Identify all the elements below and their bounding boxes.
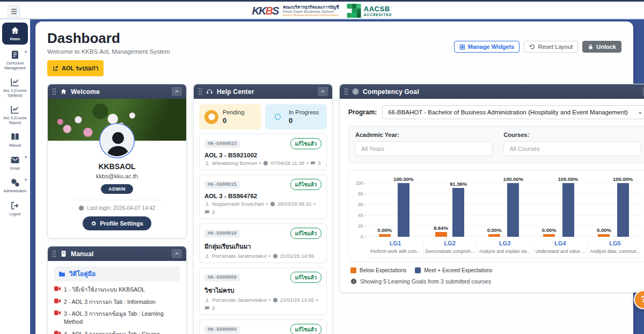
manual-video-link[interactable]: 4 - AOL 3 การกรอกข้อมูล Tab : Course Con… [54,330,180,334]
sidebar-item-aol-3-course-syllabus[interactable]: AoL 3 (Course Syllabus) [0,74,30,101]
ticket-item[interactable]: HK-6900015แก้ไขแล้วAOL 3 - BS964762Noppa… [199,175,327,219]
bar-wrap: 0.00% [487,227,502,237]
chart-bar [452,188,464,237]
manual-folder-link[interactable]: วิดีโอคู่มือ [54,266,180,281]
welcome-widget: Welcome KKBSAOL kkbs@kku.ac.th ADMIN Las… [47,84,187,238]
ticket-status-badge: แก้ไขแล้ว [290,228,321,239]
ticket-item[interactable]: HK-6900004แก้ไขแล้วEdit the course detai… [199,320,327,334]
sidebar-item-curriculum-management[interactable]: Curriculum Management▶ [0,47,30,74]
profile-settings-button[interactable]: Profile Settings [83,216,151,230]
reset-layout-button[interactable]: Reset Layout [524,41,578,53]
ticket-status-badge: แก้ไขแล้ว [290,324,321,334]
lock-icon [588,44,594,50]
program-select[interactable]: 66-BBAHOT - Bachelor of Business Adminis… [382,105,644,119]
chart-category-label[interactable]: LG4 [536,240,586,246]
curriculum-icon [10,50,20,60]
competency-goal-widget-header[interactable]: Competency Goal [340,84,644,99]
envelope-icon [10,155,20,165]
aol-legacy-button[interactable]: AOL ระบบเก่า [47,60,104,76]
sidebar-item-home[interactable]: Home [2,23,28,45]
clock-icon [273,253,278,259]
ticket-date: 21/01/26 14:55 [280,253,314,259]
bar-wrap: 100.00% [503,176,524,237]
drag-handle-icon[interactable] [52,88,56,95]
chart-category-description: Understand and value ... [536,249,586,254]
sidebar-item-label: Logout [10,212,21,216]
ticket-meta: Noppamash Suvachart•28/03/26 08:32•2 [204,201,321,215]
manage-widgets-button[interactable]: Manage Widgets [454,41,520,53]
chart-category-description: Demonstrate compreh... [426,249,474,254]
ticket-item[interactable]: HK-6900010แก้ไขแล้วมีกลุ่มเรียนเกินมาPor… [199,223,327,263]
hamburger-menu-button[interactable]: ☰ [8,5,20,18]
manual-video-link[interactable]: 1 - วิธีเข้าใช้งานระบบ KKBSAOL [54,286,180,294]
meta-separator: • [259,160,261,166]
ticket-date: 21/01/26 14:55 [280,297,314,303]
video-icon [54,286,61,294]
sidebar-item-administration[interactable]: Administration▶ [0,175,30,197]
sidebar-item-aol-5-course-report[interactable]: AoL 5 (Course Report) [0,101,30,129]
manual-item-label: 4 - AOL 3 การกรอกข้อมูล Tab : Course Con… [64,330,180,334]
chart-bar [398,183,409,237]
ticket-author: Porramate Jaratmetakul [212,297,266,303]
ticket-author: Wiwatwong Bunnun [212,160,257,166]
chart-bar [379,234,391,237]
sidebar-item-email[interactable]: Email▶ [0,152,30,175]
stat-value: 0 [289,117,319,125]
aacsb-logo: AACSB ACCREDITED [347,4,392,18]
y-tick-label: 0 - [361,234,366,239]
manual-video-link[interactable]: 2 - AOL 3 การกรอก Tab : Information [54,298,180,306]
chart-footnote: Showing 5 Learning Goals from 3 submitte… [360,278,491,285]
spinner-icon [270,110,284,124]
brand-logos: KKBS คณะบริหารธุรกิจและการบัญชี Khon Kae… [252,3,392,19]
sidebar-item-label: Manual [9,143,21,148]
divider [72,200,161,200]
ticket-item[interactable]: HK-6900009แก้ไขแล้ววิชาไม่ครบPorramate J… [199,267,327,315]
drag-handle-icon[interactable] [198,88,202,95]
ticket-top-row: HK-6900015แก้ไขแล้ว [204,179,321,190]
external-link-icon [53,66,58,71]
sidebar-item-logout[interactable]: Logout [0,198,30,220]
manual-video-link[interactable]: 3 - AOL 3 การกรอกข้อมูล Tab : Learning M… [54,310,180,325]
chart-line-icon [10,105,20,114]
collapse-button[interactable] [172,87,182,96]
sidebar-item-label: AoL 5 (Course Report) [1,116,29,125]
chart-category-label[interactable]: LG5 [590,240,640,246]
ticket-item[interactable]: HK-6900023แก้ไขแล้วAOL 3 - BS921002Wiwat… [199,134,327,170]
home-icon [10,26,20,35]
ticket-status-badge: แก้ไขแล้ว [290,272,321,283]
chart-category-label[interactable]: LG1 [370,240,421,246]
academic-year-input[interactable] [355,141,493,156]
manual-widget-header[interactable]: Manual [48,246,186,261]
user-email: kkbs@kku.ac.th [48,173,186,179]
info-icon [350,278,357,285]
chart-bar-group: 8.64%91.36% [423,183,478,237]
chart-bar-group: 0.00%100.00% [532,183,587,237]
chart-category: LG3Analyze and explain iss... [477,237,533,258]
chart-bar [507,183,519,237]
drag-handle-icon[interactable] [344,88,348,95]
book-icon [10,132,20,142]
courses-input[interactable] [503,141,641,156]
sidebar-item-manual[interactable]: Manual [0,129,30,151]
bar-value-label: 100.00% [503,176,524,182]
chart-category-description: Analyze data, commun... [590,249,640,254]
page-subtitle: Welcome to KKBS AoL Management System [47,48,170,55]
collapse-button[interactable] [172,249,182,258]
video-icon [54,310,61,325]
chevron-down-icon: ⌄ [638,108,643,115]
stat-label: In Progress [289,109,319,115]
bar-wrap: 100.00% [558,176,579,237]
person-icon [204,201,210,207]
collapse-button[interactable] [318,87,328,96]
ticket-top-row: HK-6900004แก้ไขแล้ว [204,324,321,334]
ticket-meta: Porramate Jaratmetakul•21/01/26 14:55•2 [204,297,321,311]
person-icon [204,161,210,166]
drag-handle-icon[interactable] [52,250,56,257]
chart-category-label[interactable]: LG2 [426,240,474,246]
chart-category-label[interactable]: LG3 [479,240,531,246]
welcome-widget-header[interactable]: Welcome [48,84,186,99]
clock-icon [263,161,268,166]
help-center-widget-header[interactable]: Help Center [194,84,332,99]
bar-value-label: 100.00% [613,176,633,182]
unlock-button[interactable]: Unlock [582,41,621,53]
